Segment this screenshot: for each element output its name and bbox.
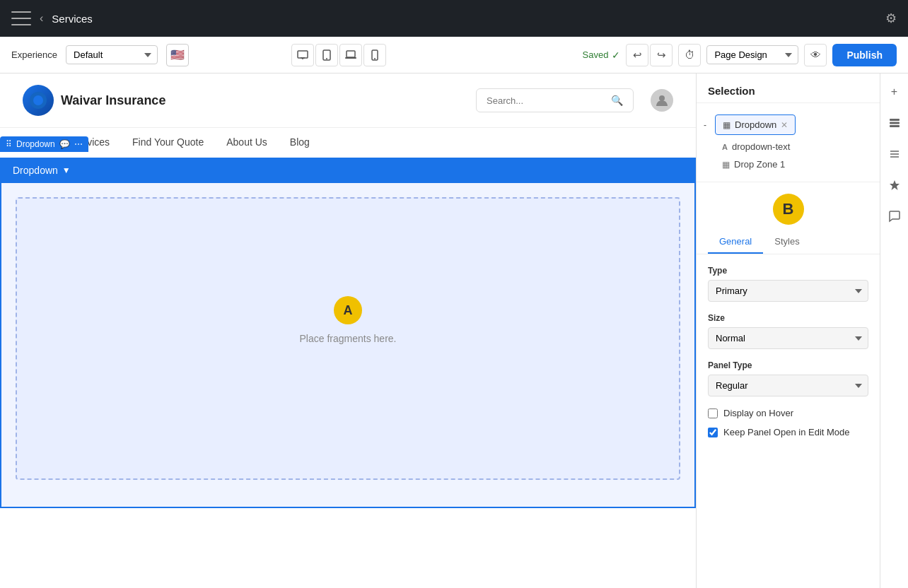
drag-icon[interactable]: ⠿ <box>6 139 12 149</box>
size-select[interactable]: Normal Small Large <box>708 327 868 349</box>
svg-point-10 <box>33 95 43 105</box>
device-icons <box>291 44 386 66</box>
undo-button[interactable]: ↩ <box>626 44 648 66</box>
panel-tabs: General Styles <box>697 230 880 254</box>
dropzone-tree-icon: ▦ <box>722 160 730 170</box>
logo-icon <box>23 85 54 116</box>
style-icon-button[interactable] <box>885 175 904 195</box>
nav-link-blog[interactable]: Blog <box>290 136 310 148</box>
svg-rect-14 <box>890 125 900 127</box>
panel-type-field-group: Panel Type Regular Mega Full Width <box>708 360 868 396</box>
nav-bar: Waivar Insurance 🔍 <box>0 74 696 128</box>
search-input[interactable] <box>487 95 605 106</box>
device-desktop-button[interactable] <box>291 44 314 66</box>
svg-point-4 <box>326 58 327 59</box>
toolbar: Experience Default 🇺🇸 Saved ✓ ↩ ↪ ⏱ Page <box>0 37 908 74</box>
keep-panel-open-row: Keep Panel Open in Edit Mode <box>708 427 868 437</box>
top-bar: ‹ Services ⚙ <box>0 0 908 37</box>
more-options-icon[interactable]: ⋯ <box>74 139 83 149</box>
tree-collapse-icon[interactable]: - <box>704 120 706 130</box>
nav-link-about-us[interactable]: About Us <box>226 136 267 148</box>
chat-icon-button[interactable] <box>885 206 904 226</box>
publish-button[interactable]: Publish <box>832 44 897 66</box>
device-laptop-button[interactable] <box>339 44 362 66</box>
size-label: Size <box>708 313 868 323</box>
letter-a-badge: A <box>334 296 362 324</box>
element-toolbar: ⠿ Dropdown 💬 ⋯ <box>0 136 88 152</box>
right-panel: Selection - ▦ Dropdown ✕ A dropdown-text… <box>696 74 880 588</box>
redo-button[interactable]: ↪ <box>650 44 673 66</box>
type-select[interactable]: Primary Secondary Default <box>708 280 868 302</box>
history-button[interactable]: ⏱ <box>678 44 701 66</box>
back-button[interactable]: ‹ <box>40 12 43 25</box>
display-on-hover-checkbox[interactable] <box>708 408 718 418</box>
saved-text: Saved <box>583 49 609 60</box>
page-wrapper: Waivar Insurance 🔍 Home Services Find Yo… <box>0 74 696 588</box>
back-arrow-icon: ‹ <box>40 12 43 25</box>
canvas-area: Waivar Insurance 🔍 Home Services Find Yo… <box>0 74 696 588</box>
tree-child-drop-zone[interactable]: ▦ Drop Zone 1 <box>697 155 880 173</box>
list-icon-button[interactable] <box>885 144 904 164</box>
nav-links: Home Services Find Your Quote About Us B… <box>0 128 696 158</box>
dropdown-bar[interactable]: Dropdown ▼ <box>0 158 696 183</box>
tab-styles[interactable]: Styles <box>763 230 810 254</box>
sidebar-toggle[interactable] <box>11 11 31 25</box>
drop-zone-label: Place fragments here. <box>300 333 397 344</box>
svg-rect-13 <box>890 122 900 124</box>
user-avatar[interactable] <box>651 89 673 112</box>
device-mobile-button[interactable] <box>363 44 386 66</box>
layers-icon-button[interactable] <box>885 113 904 133</box>
svg-rect-0 <box>298 51 308 58</box>
selection-tree: - ▦ Dropdown ✕ A dropdown-text ▦ Drop Zo… <box>697 103 880 182</box>
panel-content: Type Primary Secondary Default Size Norm… <box>697 254 880 588</box>
page-design-select[interactable]: Page Design <box>706 45 798 64</box>
dropdown-tree-icon: ▦ <box>723 120 731 130</box>
svg-rect-12 <box>890 119 900 121</box>
tree-item-dropdown[interactable]: ▦ Dropdown ✕ <box>715 114 796 135</box>
element-toolbar-label: Dropdown <box>16 139 55 149</box>
device-tablet-button[interactable] <box>315 44 338 66</box>
selection-header: Selection <box>697 74 880 103</box>
comment-icon[interactable]: 💬 <box>59 139 70 149</box>
saved-badge: Saved ✓ <box>583 49 621 61</box>
experience-select[interactable]: Default <box>66 45 158 64</box>
b-badge-area: B <box>697 182 880 230</box>
flag-button[interactable]: 🇺🇸 <box>166 44 189 66</box>
svg-rect-6 <box>345 57 356 59</box>
dropdown-bar-label: Dropdown <box>13 165 58 176</box>
logo-text: Waivar Insurance <box>61 93 165 108</box>
drop-zone: A Place fragments here. <box>16 197 680 480</box>
preview-button[interactable]: 👁 <box>804 44 827 66</box>
keep-panel-open-label: Keep Panel Open in Edit Mode <box>723 427 850 437</box>
display-on-hover-row: Display on Hover <box>708 408 868 418</box>
b-badge: B <box>773 194 804 225</box>
search-bar[interactable]: 🔍 <box>476 88 634 112</box>
display-on-hover-label: Display on Hover <box>723 408 793 418</box>
panel-type-select[interactable]: Regular Mega Full Width <box>708 375 868 396</box>
right-sidebar: + <box>880 74 908 588</box>
dropdown-element: ⠿ Dropdown 💬 ⋯ Dropdown ▼ A Place fragme… <box>0 158 696 508</box>
text-tree-icon: A <box>722 143 728 151</box>
tree-child-dropdown-text[interactable]: A dropdown-text <box>697 138 880 155</box>
svg-rect-5 <box>347 51 355 57</box>
tree-child-text-label: dropdown-text <box>732 141 790 152</box>
main-area: Waivar Insurance 🔍 Home Services Find Yo… <box>0 74 908 588</box>
svg-point-11 <box>659 95 665 101</box>
add-icon-button[interactable]: + <box>885 82 904 102</box>
type-field-group: Type Primary Secondary Default <box>708 266 868 302</box>
tree-child-dropzone-label: Drop Zone 1 <box>734 159 785 170</box>
dropdown-arrow-icon: ▼ <box>62 165 71 175</box>
svg-point-8 <box>374 58 376 59</box>
dropdown-panel: A Place fragments here. <box>0 183 696 508</box>
tab-general[interactable]: General <box>708 230 763 254</box>
flag-icon: 🇺🇸 <box>170 48 185 61</box>
logo-area: Waivar Insurance <box>23 85 165 116</box>
search-icon: 🔍 <box>611 95 623 106</box>
keep-panel-open-checkbox[interactable] <box>708 428 718 437</box>
tree-item-close-icon[interactable]: ✕ <box>781 120 788 130</box>
page-title: Services <box>52 13 93 25</box>
nav-link-find-your-quote[interactable]: Find Your Quote <box>132 136 204 148</box>
settings-icon[interactable]: ⚙ <box>885 11 897 26</box>
experience-label: Experience <box>11 49 57 60</box>
tree-item-dropdown-label: Dropdown <box>735 119 776 130</box>
